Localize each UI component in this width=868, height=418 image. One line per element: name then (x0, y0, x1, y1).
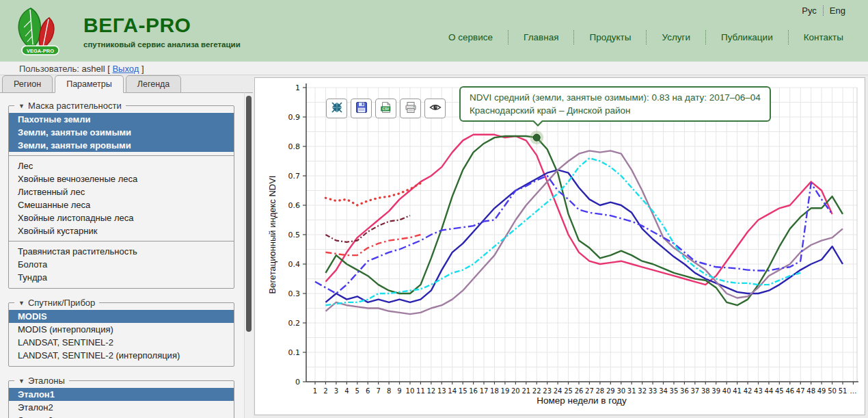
list-item[interactable]: Эталон3 (9, 414, 234, 418)
vega-pro-logo[interactable]: VEGA-PRO (8, 3, 77, 60)
section-title: Эталоны (28, 376, 65, 386)
list-item[interactable]: MODIS (интерполяция) (9, 323, 234, 336)
svg-text:39: 39 (711, 387, 720, 395)
svg-text:0.6: 0.6 (288, 201, 301, 210)
svg-text:18: 18 (490, 387, 499, 395)
tooltip-line2: Краснодарский край – Динской район (470, 104, 761, 117)
chart-ref-red-dashdot (325, 235, 420, 255)
user-bar: Пользователь: ashell [ Выход ] (0, 62, 868, 75)
svg-text:14: 14 (448, 387, 457, 395)
svg-text:34: 34 (659, 387, 668, 395)
list-item[interactable]: LANDSAT, SENTINEL-2 (интерполяция) (9, 349, 234, 362)
svg-text:30: 30 (616, 387, 625, 395)
svg-text:44: 44 (765, 387, 774, 395)
list-item[interactable]: Пахотные земли (9, 113, 234, 126)
svg-text:0.7: 0.7 (288, 172, 301, 181)
svg-text:48: 48 (806, 387, 815, 395)
svg-text:37: 37 (690, 387, 699, 395)
print-icon (404, 101, 418, 116)
svg-text:CSV: CSV (382, 107, 389, 111)
section-2: ▼Спутник/ПриборMODISMODIS (интерполяция)… (8, 298, 234, 367)
list-item[interactable]: Лес (9, 159, 234, 172)
triangle-down-icon[interactable]: ▼ (18, 378, 25, 384)
section-1: ▼Маска растительностиПахотные землиЗемли… (8, 101, 234, 289)
list-item[interactable]: Болота (9, 258, 234, 271)
nav-item-6[interactable]: Контакты (788, 30, 858, 44)
sidebar: РегионПараметрыЛегенда ▼Маска растительн… (0, 75, 253, 418)
sidebar-tabs: РегионПараметрыЛегенда (0, 75, 253, 93)
svg-text:38: 38 (701, 387, 710, 395)
collapse-button[interactable] (326, 99, 347, 118)
svg-text:0.1: 0.1 (288, 348, 301, 357)
scrollbar-thumb[interactable] (246, 96, 252, 332)
list-item[interactable]: Травянистая растительность (9, 245, 234, 258)
highlight-point[interactable] (533, 134, 540, 141)
list-item[interactable]: Эталон2 (9, 401, 234, 414)
svg-text:29: 29 (606, 387, 615, 395)
svg-text:10: 10 (406, 387, 415, 395)
nav-item-3[interactable]: Продукты (573, 30, 646, 44)
section-legend[interactable]: ▼Эталоны (14, 376, 69, 386)
list-item[interactable]: Лиственный лес (9, 185, 234, 198)
main-nav: О сервисеГлавнаяПродуктыУслугиПубликации… (433, 30, 858, 44)
svg-text:46: 46 (785, 387, 794, 395)
list-divider (9, 241, 234, 241)
save-button[interactable] (351, 99, 372, 118)
section-legend[interactable]: ▼Спутник/Прибор (14, 298, 99, 308)
section-legend[interactable]: ▼Маска растительности (14, 101, 126, 111)
lang-option-2[interactable]: Eng (823, 5, 852, 16)
list-item[interactable]: Земли, занятые яровыми (9, 139, 234, 152)
svg-text:3: 3 (334, 387, 338, 395)
nav-item-5[interactable]: Публикации (705, 30, 788, 44)
sidebar-scrollbar[interactable] (244, 92, 253, 418)
list-item[interactable]: MODIS (9, 310, 234, 323)
svg-text:1: 1 (313, 387, 317, 395)
svg-text:1: 1 (295, 83, 300, 92)
section-title: Маска растительности (28, 101, 122, 111)
eye-icon (429, 101, 442, 116)
list-item[interactable]: Тундра (9, 271, 234, 284)
title-block: ВЕГА-PRO спутниковый сервис анализа веге… (83, 14, 241, 49)
svg-text:6: 6 (366, 387, 370, 395)
list-item[interactable]: LANDSAT, SENTINEL-2 (9, 336, 234, 349)
svg-text:28: 28 (596, 387, 605, 395)
svg-text:50: 50 (828, 387, 837, 395)
tab-3[interactable]: Легенда (126, 75, 182, 93)
nav-item-1[interactable]: О сервисе (433, 30, 508, 44)
tab-2[interactable]: Параметры (55, 75, 124, 93)
nav-item-4[interactable]: Услуги (646, 30, 705, 44)
svg-text:31: 31 (627, 387, 636, 395)
nav-item-2[interactable]: Главная (508, 30, 573, 44)
svg-text:2: 2 (323, 387, 327, 395)
save-icon (355, 101, 368, 116)
section-title: Спутник/Прибор (28, 298, 95, 308)
svg-text:22: 22 (532, 387, 541, 395)
list-item[interactable]: Эталон1 (9, 388, 234, 401)
svg-text:26: 26 (575, 387, 584, 395)
eye-button[interactable] (424, 99, 446, 118)
svg-text:19: 19 (501, 387, 510, 395)
print-button[interactable] (400, 99, 421, 118)
lang-option-1[interactable]: Рус (796, 5, 823, 16)
ndvi-chart[interactable]: 00.10.20.30.40.50.60.70.80.9112345678910… (255, 78, 865, 415)
list-item[interactable]: Хвойные листопадные леса (9, 211, 234, 224)
svg-text:41: 41 (733, 387, 742, 395)
list-item[interactable]: Смешанные леса (9, 198, 234, 211)
language-switcher: РусEng (796, 5, 852, 16)
chart-toolbar: CSV (326, 99, 446, 118)
list-item[interactable]: Земли, занятые озимыми (9, 126, 234, 139)
logo-badge-label: VEGA-PRO (27, 48, 54, 54)
triangle-down-icon[interactable]: ▼ (18, 103, 25, 109)
tab-1[interactable]: Регион (2, 75, 53, 93)
logout-link[interactable]: Выход (112, 64, 139, 74)
app-header: VEGA-PRO ВЕГА-PRO спутниковый сервис ана… (0, 0, 868, 62)
svg-text:0.5: 0.5 (288, 231, 301, 239)
user-label: Пользователь: (19, 64, 79, 74)
svg-text:45: 45 (775, 387, 784, 395)
grid (306, 88, 857, 382)
csv-export-button[interactable]: CSV (375, 99, 396, 118)
list-item[interactable]: Хвойные вечнозеленые леса (9, 172, 234, 185)
triangle-down-icon[interactable]: ▼ (18, 300, 25, 306)
list-item[interactable]: Хвойный кустарник (9, 224, 234, 237)
svg-text:51: 51 (839, 387, 847, 395)
